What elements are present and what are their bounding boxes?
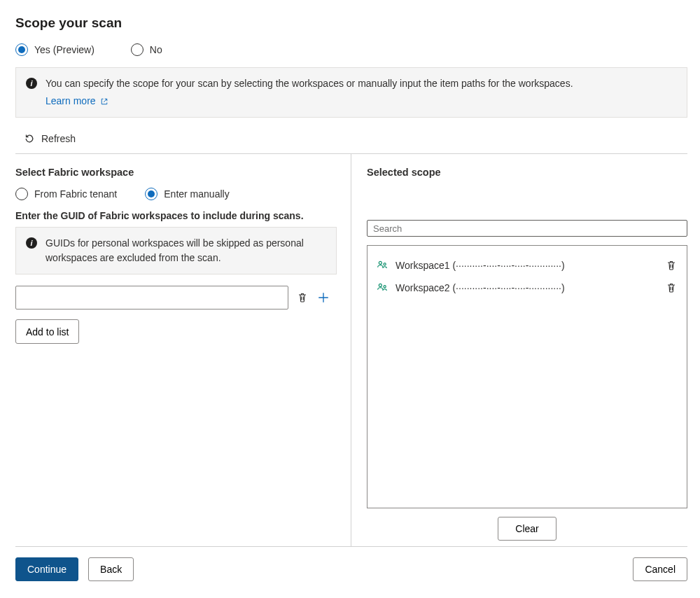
learn-more-link[interactable]: Learn more	[46, 94, 108, 109]
plus-icon	[317, 291, 330, 304]
enter-manually-option[interactable]: Enter manually	[145, 188, 229, 200]
svg-point-3	[384, 286, 386, 288]
scope-toggle-group: Yes (Preview) No	[15, 43, 687, 56]
workspace-icon	[376, 259, 388, 272]
select-workspace-title: Select Fabric workspace	[15, 167, 337, 178]
add-guid-button[interactable]	[316, 291, 330, 305]
guid-heading: Enter the GUID of Fabric workspaces to i…	[15, 210, 337, 221]
search-input[interactable]	[367, 220, 687, 237]
guid-note-box: i GUIDs for personal workspaces will be …	[15, 227, 337, 274]
info-banner: i You can specify the scope for your sca…	[15, 67, 687, 118]
trash-icon	[297, 292, 308, 303]
scope-yes-label: Yes (Preview)	[34, 44, 94, 55]
radio-unselected-icon	[131, 43, 144, 56]
from-tenant-option[interactable]: From Fabric tenant	[15, 188, 117, 200]
scope-item-label: Workspace2 (··········-····-····-····-··…	[396, 282, 657, 293]
selected-scope-list: Workspace1 (··········-····-····-····-··…	[367, 245, 687, 508]
refresh-label: Refresh	[41, 133, 76, 144]
trash-icon	[666, 282, 677, 293]
learn-more-label: Learn more	[46, 94, 96, 109]
back-button[interactable]: Back	[88, 557, 134, 581]
scope-yes-option[interactable]: Yes (Preview)	[15, 43, 94, 56]
scope-item-label: Workspace1 (··········-····-····-····-··…	[396, 260, 657, 271]
info-icon: i	[26, 78, 37, 89]
scope-item: Workspace1 (··········-····-····-····-··…	[374, 254, 680, 277]
info-icon: i	[26, 237, 37, 249]
info-text: You can specify the scope for your scan …	[46, 78, 573, 89]
svg-point-2	[379, 284, 382, 286]
enter-manually-label: Enter manually	[164, 188, 229, 200]
scope-no-label: No	[150, 44, 162, 55]
svg-point-1	[384, 263, 386, 265]
cancel-button[interactable]: Cancel	[633, 557, 687, 581]
radio-unselected-icon	[15, 188, 28, 200]
remove-scope-item-button[interactable]	[664, 258, 678, 272]
continue-button[interactable]: Continue	[15, 557, 78, 581]
svg-point-0	[379, 261, 382, 264]
refresh-icon	[24, 133, 35, 144]
guid-note-text: GUIDs for personal workspaces will be sk…	[46, 236, 326, 265]
clear-guid-button[interactable]	[295, 291, 309, 305]
clear-button[interactable]: Clear	[498, 517, 556, 541]
scope-no-option[interactable]: No	[131, 43, 162, 56]
scope-item: Workspace2 (··········-····-····-····-··…	[374, 277, 680, 299]
external-link-icon	[100, 97, 108, 106]
selected-scope-title: Selected scope	[367, 167, 687, 178]
refresh-button[interactable]: Refresh	[21, 132, 78, 146]
remove-scope-item-button[interactable]	[664, 281, 678, 295]
radio-selected-icon	[15, 43, 28, 56]
page-title: Scope your scan	[15, 15, 687, 31]
from-tenant-label: From Fabric tenant	[34, 188, 117, 200]
add-to-list-button[interactable]: Add to list	[15, 319, 79, 344]
workspace-source-group: From Fabric tenant Enter manually	[15, 188, 337, 200]
trash-icon	[666, 260, 677, 271]
guid-input[interactable]	[15, 286, 288, 310]
radio-selected-icon	[145, 188, 158, 200]
footer: Continue Back Cancel	[15, 546, 687, 581]
workspace-icon	[376, 281, 388, 294]
